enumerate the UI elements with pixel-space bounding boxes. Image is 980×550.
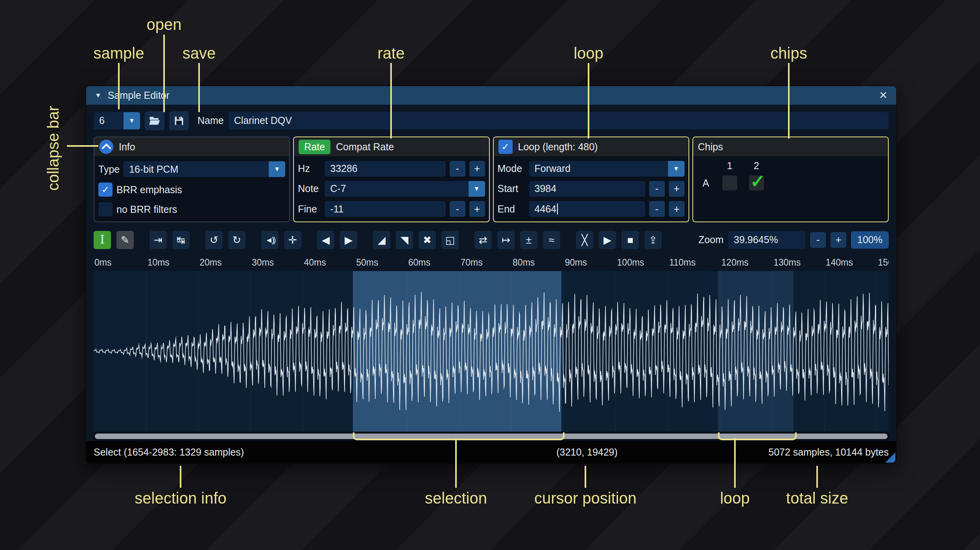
stop-button[interactable]: ■ [622, 231, 639, 249]
fine-plus-button[interactable]: + [469, 201, 485, 217]
chip-columns: 1 2 [697, 160, 884, 172]
chevron-down-icon[interactable]: ▼ [668, 161, 685, 177]
upload-button[interactable]: ⇪ [644, 231, 662, 249]
annotation-loop-top: loop [574, 44, 604, 62]
ruler-tick-label: 40ms [304, 257, 326, 268]
zoom-controls: Zoom 39.9645% - + 100% [698, 231, 889, 249]
fade-in-button[interactable]: ◢ [373, 231, 390, 249]
mode-dropdown[interactable]: Forward ▼ [529, 161, 685, 177]
save-icon [173, 115, 185, 126]
sample-selector[interactable]: 6 ▼ [94, 112, 140, 129]
ruler-tick-label: 130ms [773, 257, 801, 268]
draw-tool-button[interactable]: ✎ [116, 231, 134, 249]
zoom-value: 39.9645% [734, 234, 778, 245]
redo-button[interactable]: ↻ [228, 231, 245, 249]
fine-input[interactable]: -11 [325, 201, 445, 217]
hz-input[interactable]: 33286 [325, 161, 445, 177]
brr-emphasis-checkbox[interactable]: ✓ [98, 183, 113, 197]
window-collapse-icon[interactable]: ▼ [95, 92, 102, 100]
note-dropdown[interactable]: C-7 ▼ [325, 181, 485, 197]
rate-title: Compat Rate [336, 141, 394, 153]
zoom-reset-button[interactable]: 100% [851, 231, 889, 249]
zoom-out-button[interactable]: - [810, 232, 826, 248]
selection-info-text: Select (1654-2983: 1329 samples) [94, 447, 244, 458]
end-label: End [498, 203, 525, 215]
trim-button[interactable]: ◱ [441, 231, 459, 249]
backward-button[interactable]: ◀ [317, 231, 334, 249]
end-minus-button[interactable]: - [649, 201, 665, 217]
fade-out-icon: ◥ [400, 235, 408, 245]
crossfade-icon: ╳ [581, 235, 588, 245]
chevron-down-icon[interactable]: ▼ [269, 161, 285, 177]
brr-emphasis-label: BRR emphasis [116, 184, 182, 196]
hz-value: 33286 [330, 163, 358, 174]
zoom-input[interactable]: 39.9645% [728, 231, 805, 249]
chip-a1-checkbox[interactable] [722, 175, 737, 190]
fade-out-button[interactable]: ◥ [396, 231, 413, 249]
ruler[interactable]: 0ms10ms20ms30ms40ms50ms60ms70ms80ms90ms1… [94, 250, 889, 271]
collapse-chevron-icon[interactable] [99, 140, 113, 154]
no-brr-filters-checkbox[interactable] [98, 202, 113, 216]
start-minus-button[interactable]: - [649, 181, 665, 197]
fine-label: Fine [298, 203, 321, 215]
sample-row: 6 ▼ Name Clarinet DQV [86, 105, 896, 137]
rate-badge[interactable]: Rate [299, 140, 330, 154]
chips-header[interactable]: Chips [693, 137, 888, 156]
mode-value: Forward [529, 161, 668, 177]
end-plus-button[interactable]: + [669, 201, 685, 217]
scrollbar-thumb[interactable] [95, 434, 888, 439]
select-tool-button[interactable]: I [94, 231, 111, 249]
name-label: Name [197, 115, 224, 126]
horizontal-scrollbar[interactable] [94, 432, 889, 441]
loop-title: Loop (length: 480) [518, 141, 598, 153]
chip-column-1: 1 [722, 160, 737, 172]
forward-button[interactable]: ▶ [340, 231, 357, 249]
redo-icon: ↻ [233, 235, 241, 245]
start-plus-button[interactable]: + [669, 181, 685, 197]
fine-minus-button[interactable]: - [450, 201, 465, 217]
ruler-tick-label: 120ms [722, 257, 749, 268]
annotation-line [585, 466, 586, 488]
resample-button[interactable]: ↹ [172, 231, 190, 249]
filter-button[interactable]: ≈ [543, 231, 560, 249]
chevron-down-icon[interactable]: ▼ [469, 181, 485, 197]
sign-exchange-button[interactable]: ± [520, 231, 537, 249]
loop-end-value: 4464 [535, 203, 557, 215]
delete-button[interactable]: ✖ [419, 231, 436, 249]
sign-exchange-icon: ± [526, 235, 532, 245]
hz-minus-button[interactable]: - [450, 161, 465, 177]
insert-silence-button[interactable]: ↦ [497, 231, 515, 249]
save-button[interactable] [169, 111, 189, 130]
waveform-canvas [94, 271, 889, 432]
reverse-button[interactable]: ⇄ [474, 231, 492, 249]
zoom-in-button[interactable]: + [831, 232, 846, 248]
amplify-button[interactable]: ◄)) [261, 231, 279, 249]
play-button[interactable]: ▶ [599, 231, 616, 249]
chevron-down-icon[interactable]: ▼ [124, 112, 140, 129]
chip-a2-checkbox[interactable]: ✓ [749, 175, 764, 190]
resize-button[interactable]: ⇥ [149, 231, 167, 249]
ruler-tick-label: 100ms [617, 257, 644, 268]
type-dropdown[interactable]: 16-bit PCM ▼ [124, 161, 285, 177]
undo-button[interactable]: ↺ [205, 231, 223, 249]
waveform-area[interactable] [94, 271, 889, 432]
loop-start-input[interactable]: 3984 [529, 181, 645, 197]
rate-header[interactable]: Rate Compat Rate [294, 137, 489, 156]
name-value: Clarinet DQV [234, 115, 292, 126]
text-cursor [557, 203, 558, 214]
loop-end-input[interactable]: 4464 [529, 201, 645, 217]
amplify-icon: ◄)) [265, 236, 275, 244]
open-button[interactable] [145, 111, 164, 130]
resize-grip[interactable] [885, 452, 895, 463]
hz-plus-button[interactable]: + [469, 161, 485, 177]
info-header[interactable]: Info [94, 137, 289, 156]
name-input[interactable]: Clarinet DQV [229, 112, 889, 129]
zoom-label: Zoom [698, 234, 723, 245]
insert-silence-icon: ↦ [502, 235, 510, 245]
normalize-button[interactable]: ✛ [284, 231, 301, 249]
titlebar[interactable]: ▼ Sample Editor ✕ [86, 86, 896, 105]
close-icon[interactable]: ✕ [879, 89, 888, 102]
loop-checkbox[interactable]: ✓ [498, 140, 513, 154]
crossfade-button[interactable]: ╳ [576, 231, 593, 249]
loop-header[interactable]: ✓ Loop (length: 480) [494, 137, 688, 156]
